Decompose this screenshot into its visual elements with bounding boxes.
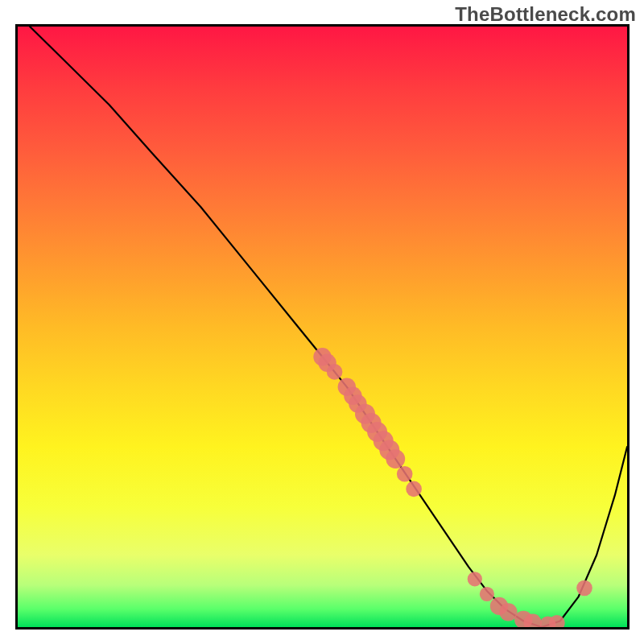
chart-stage: TheBottleneck.com xyxy=(0,0,644,644)
data-marker xyxy=(480,587,494,601)
data-marker xyxy=(397,466,413,482)
data-marker-layer xyxy=(313,348,592,627)
bottleneck-curve-svg xyxy=(18,27,627,627)
data-marker xyxy=(327,364,343,380)
data-marker xyxy=(576,580,592,597)
data-marker xyxy=(468,572,482,586)
plot-area xyxy=(15,24,630,630)
data-marker xyxy=(386,449,405,469)
data-marker xyxy=(406,481,422,497)
bottleneck-curve-line xyxy=(30,27,627,627)
attribution-text: TheBottleneck.com xyxy=(455,3,636,26)
